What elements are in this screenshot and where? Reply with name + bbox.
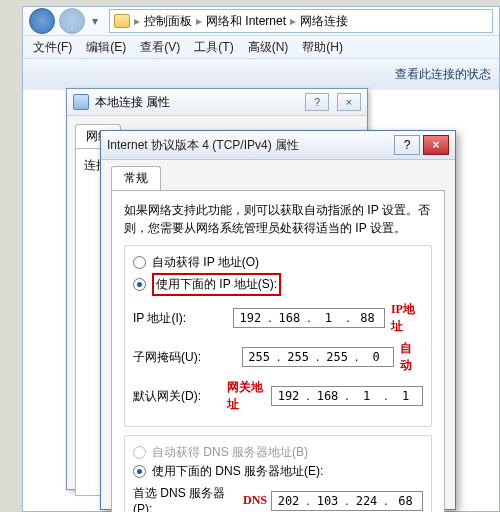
explorer-nav: ▾ ▸ 控制面板 ▸ 网络和 Internet ▸ 网络连接: [23, 7, 499, 36]
breadcrumb[interactable]: ▸ 控制面板 ▸ 网络和 Internet ▸ 网络连接: [109, 9, 493, 33]
ip-input[interactable]: 192. 168. 1. 88: [233, 308, 385, 328]
radio-on-icon: [133, 278, 146, 291]
ipv4-properties-dialog: Internet 协议版本 4 (TCP/IPv4) 属性 ? × 常规 如果网…: [100, 130, 456, 510]
ip-label: IP 地址(I):: [133, 310, 233, 327]
crumb-2[interactable]: 网络和 Internet: [206, 13, 286, 30]
gw-row: 默认网关(D): 网关地址 192. 168. 1. 1: [133, 379, 423, 413]
ipv4-description: 如果网络支持此功能，则可以获取自动指派的 IP 设置。否则，您需要从网络系统管理…: [124, 201, 432, 237]
explorer-window: ▾ ▸ 控制面板 ▸ 网络和 Internet ▸ 网络连接 文件(F) 编辑(…: [22, 6, 500, 92]
ipv4-close-button[interactable]: ×: [423, 135, 449, 155]
dns-group: 自动获得 DNS 服务器地址(B) 使用下面的 DNS 服务器地址(E): 首选…: [124, 435, 432, 512]
ipv4-title: Internet 协议版本 4 (TCP/IPv4) 属性: [107, 137, 299, 154]
menu-bar: 文件(F) 编辑(E) 查看(V) 工具(T) 高级(N) 帮助(H): [23, 36, 499, 59]
dns1-label: 首选 DNS 服务器(P):: [133, 485, 243, 512]
menu-advanced[interactable]: 高级(N): [248, 39, 289, 56]
history-dropdown-icon[interactable]: ▾: [89, 10, 101, 32]
radio-on-icon: [133, 465, 146, 478]
use-dns-label: 使用下面的 DNS 服务器地址(E):: [152, 463, 323, 480]
ip-row: IP 地址(I): 192. 168. 1. 88 IP地址: [133, 301, 423, 335]
ipv4-tab-content: 如果网络支持此功能，则可以获取自动指派的 IP 设置。否则，您需要从网络系统管理…: [111, 190, 445, 512]
radio-disabled-icon: [133, 446, 146, 459]
back-button[interactable]: [29, 8, 55, 34]
auto-dns-option: 自动获得 DNS 服务器地址(B): [133, 444, 423, 461]
folder-icon: [114, 14, 130, 28]
use-dns-option[interactable]: 使用下面的 DNS 服务器地址(E):: [133, 463, 423, 480]
radio-off-icon: [133, 256, 146, 269]
mask-label: 子网掩码(U):: [133, 349, 242, 366]
explorer-toolbar: 查看此连接的状态: [23, 59, 499, 89]
gw-input[interactable]: 192. 168. 1. 1: [271, 386, 423, 406]
toolbar-hint[interactable]: 查看此连接的状态: [395, 66, 491, 83]
conn-help-button[interactable]: [305, 93, 329, 111]
mask-row: 子网掩码(U): 255. 255. 255. 0 自动: [133, 340, 423, 374]
menu-edit[interactable]: 编辑(E): [86, 39, 126, 56]
auto-ip-option[interactable]: 自动获得 IP 地址(O): [133, 254, 423, 271]
dns1-input[interactable]: 202. 103. 224. 68: [271, 491, 423, 511]
ip-group: 自动获得 IP 地址(O) 使用下面的 IP 地址(S): IP 地址(I): …: [124, 245, 432, 427]
crumb-1[interactable]: 控制面板: [144, 13, 192, 30]
mask-input[interactable]: 255. 255. 255. 0: [242, 347, 394, 367]
menu-file[interactable]: 文件(F): [33, 39, 72, 56]
ipv4-help-button[interactable]: ?: [394, 135, 420, 155]
auto-ip-label: 自动获得 IP 地址(O): [152, 254, 259, 271]
annotation-ip: IP地址: [391, 301, 423, 335]
menu-tools[interactable]: 工具(T): [194, 39, 233, 56]
conn-close-button[interactable]: [337, 93, 361, 111]
conn-titlebar: 本地连接 属性: [67, 89, 367, 116]
ipv4-titlebar: Internet 协议版本 4 (TCP/IPv4) 属性 ? ×: [101, 131, 455, 160]
crumb-3[interactable]: 网络连接: [300, 13, 348, 30]
use-ip-label: 使用下面的 IP 地址(S):: [152, 273, 281, 296]
crumb-sep: ▸: [196, 14, 202, 28]
forward-button[interactable]: [59, 8, 85, 34]
dns1-row: 首选 DNS 服务器(P): DNS 202. 103. 224. 68: [133, 485, 423, 512]
crumb-sep: ▸: [290, 14, 296, 28]
auto-dns-label: 自动获得 DNS 服务器地址(B): [152, 444, 308, 461]
crumb-sep: ▸: [134, 14, 140, 28]
annotation-gw: 网关地址: [227, 379, 267, 413]
use-ip-option[interactable]: 使用下面的 IP 地址(S):: [133, 273, 423, 296]
annotation-dns: DNS: [243, 493, 267, 508]
annotation-auto: 自动: [400, 340, 423, 374]
ipv4-tab-general[interactable]: 常规: [111, 166, 161, 190]
network-icon: [73, 94, 89, 110]
menu-help[interactable]: 帮助(H): [302, 39, 343, 56]
gw-label: 默认网关(D):: [133, 388, 227, 405]
menu-view[interactable]: 查看(V): [140, 39, 180, 56]
conn-title: 本地连接 属性: [95, 94, 170, 111]
